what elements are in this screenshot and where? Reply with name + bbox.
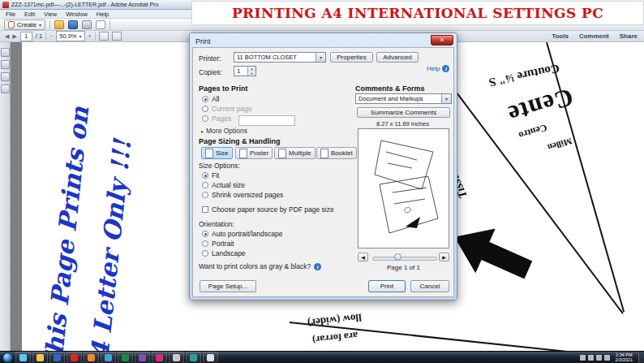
- taskbar-app-icon[interactable]: [67, 352, 82, 363]
- pattern-text-couture: Couture ¼" S: [487, 61, 560, 89]
- previous-page-icon[interactable]: ◀: [5, 33, 9, 40]
- radio-icon: [202, 96, 208, 102]
- email-icon[interactable]: [96, 20, 105, 29]
- menu-view[interactable]: View: [44, 11, 57, 18]
- start-button[interactable]: [2, 352, 13, 363]
- radio-actual-size[interactable]: Actual size: [202, 181, 245, 189]
- gray-black-info-icon[interactable]: i: [314, 263, 321, 270]
- more-options-toggle[interactable]: ▸ More Options: [201, 127, 247, 135]
- summarize-comments-button[interactable]: Summarize Comments: [357, 107, 450, 118]
- menu-edit[interactable]: Edit: [24, 11, 35, 18]
- show-desktop-button[interactable]: [638, 352, 644, 363]
- printer-select[interactable]: 11 BOTTOM CLOSET ▾: [234, 52, 326, 63]
- properties-button[interactable]: Properties: [330, 52, 373, 63]
- cancel-button[interactable]: Cancel: [410, 280, 449, 292]
- pages-range-input[interactable]: [238, 115, 295, 126]
- preview-slider-thumb[interactable]: [394, 253, 401, 261]
- preview-page-count: Page 1 of 1: [358, 264, 449, 271]
- comments-forms-select[interactable]: Document and Markups ▾: [355, 93, 452, 104]
- menu-window[interactable]: Window: [66, 11, 88, 18]
- copies-arrows[interactable]: ▴ ▾: [247, 67, 255, 76]
- tools-panel-button[interactable]: Tools: [552, 32, 569, 40]
- zoom-level-select[interactable]: 50.9% ▾: [56, 31, 84, 41]
- radio-pages-range[interactable]: Pages: [202, 115, 231, 123]
- caret-down-icon: ▾: [79, 33, 82, 39]
- radio-portrait[interactable]: Portrait: [202, 240, 234, 248]
- taskbar-app-icon[interactable]: [169, 352, 184, 363]
- radio-icon: [202, 231, 208, 237]
- page-setup-button[interactable]: Page Setup...: [200, 280, 256, 292]
- scrolling-view-icon[interactable]: [112, 32, 122, 41]
- zoom-out-icon[interactable]: −: [49, 33, 53, 39]
- navigation-rail: [0, 42, 11, 351]
- close-icon[interactable]: ×: [431, 35, 453, 45]
- save-icon[interactable]: [68, 20, 78, 29]
- print-dialog-titlebar[interactable]: Print ×: [192, 36, 454, 47]
- toolbar-separator: [109, 20, 110, 29]
- spin-down-icon[interactable]: ▾: [248, 71, 255, 76]
- radio-pages-label: Pages: [212, 115, 231, 123]
- radio-icon: [202, 115, 208, 122]
- advanced-button[interactable]: Advanced: [376, 52, 419, 63]
- volume-icon[interactable]: [604, 355, 610, 361]
- print-icon[interactable]: [82, 20, 92, 29]
- taskbar-clock[interactable]: 2:34 PM 2/3/2021: [616, 352, 633, 363]
- comment-panel-button[interactable]: Comment: [579, 32, 609, 40]
- help-info-icon: i: [442, 65, 449, 72]
- network-icon[interactable]: [596, 355, 602, 361]
- poster-mode-button[interactable]: Poster: [235, 147, 273, 159]
- radio-shrink-pages[interactable]: Shrink oversized pages: [202, 191, 283, 199]
- radio-icon: [202, 106, 208, 112]
- zoom-in-icon[interactable]: +: [88, 33, 92, 39]
- copies-stepper[interactable]: 1 ▴ ▾: [234, 66, 256, 76]
- checkbox-icon: [202, 206, 208, 213]
- taskbar-app-icon[interactable]: [32, 352, 48, 363]
- taskbar-app-icon[interactable]: [186, 352, 201, 363]
- radio-auto-orientation[interactable]: Auto portrait/landscape: [202, 230, 282, 238]
- menu-help[interactable]: Help: [97, 11, 109, 18]
- taskbar-app-icon[interactable]: [152, 352, 167, 363]
- taskbar-app-icon[interactable]: [84, 352, 99, 363]
- page-number-input[interactable]: 1: [20, 32, 32, 41]
- help-link[interactable]: Help i: [427, 65, 449, 72]
- hidden-icons-icon[interactable]: [580, 355, 586, 361]
- print-button[interactable]: Print: [368, 280, 406, 292]
- size-mode-button[interactable]: Size: [201, 147, 233, 159]
- bookmarks-icon[interactable]: [1, 60, 10, 69]
- app-glyph: [139, 354, 146, 361]
- taskbar-app-icon[interactable]: [203, 352, 218, 363]
- taskbar-app-icon[interactable]: [49, 352, 65, 363]
- booklet-mode-icon: [320, 149, 328, 158]
- page-thumbnails-icon[interactable]: [1, 48, 10, 57]
- app-glyph: [173, 354, 180, 361]
- paper-source-checkbox[interactable]: Choose paper source by PDF page size: [202, 205, 334, 214]
- radio-fit[interactable]: Fit: [202, 171, 219, 179]
- pattern-text-allow: llow (wider): [307, 311, 362, 330]
- attachments-icon[interactable]: [1, 72, 10, 81]
- caption-banner: PRINTING A4 INTERNATIONAL SETTINGS PC: [191, 1, 644, 25]
- multiple-mode-button[interactable]: Multiple: [274, 147, 316, 159]
- radio-landscape[interactable]: Landscape: [202, 249, 246, 257]
- taskbar-app-icon[interactable]: [118, 352, 133, 363]
- single-page-view-icon[interactable]: [99, 32, 109, 41]
- preview-prev-button[interactable]: ◀: [358, 253, 368, 261]
- preview-next-button[interactable]: ▶: [439, 253, 449, 261]
- taskbar-app-icon[interactable]: [101, 352, 116, 363]
- signatures-icon[interactable]: [1, 84, 10, 93]
- menu-file[interactable]: File: [6, 11, 15, 18]
- taskbar-app-icon[interactable]: [15, 352, 31, 363]
- print-dialog-body: Printer: 11 BOTTOM CLOSET ▾ Properties A…: [192, 47, 454, 297]
- booklet-mode-button[interactable]: Booklet: [316, 147, 357, 159]
- preview-slider-track[interactable]: [372, 257, 437, 261]
- page-total-label: / 1: [36, 32, 42, 40]
- radio-current-page[interactable]: Current page: [202, 105, 252, 113]
- open-file-icon[interactable]: [54, 20, 64, 29]
- share-panel-button[interactable]: Share: [620, 32, 638, 40]
- create-button[interactable]: Create ▾: [4, 19, 45, 30]
- action-center-icon[interactable]: [588, 355, 594, 361]
- radio-all-pages[interactable]: All: [202, 95, 219, 103]
- caption-banner-text: PRINTING A4 INTERNATIONAL SETTINGS PC: [232, 5, 603, 21]
- orientation-label: Orientation:: [199, 220, 234, 228]
- taskbar-app-icon[interactable]: [135, 352, 150, 363]
- next-page-icon[interactable]: ▶: [12, 33, 16, 40]
